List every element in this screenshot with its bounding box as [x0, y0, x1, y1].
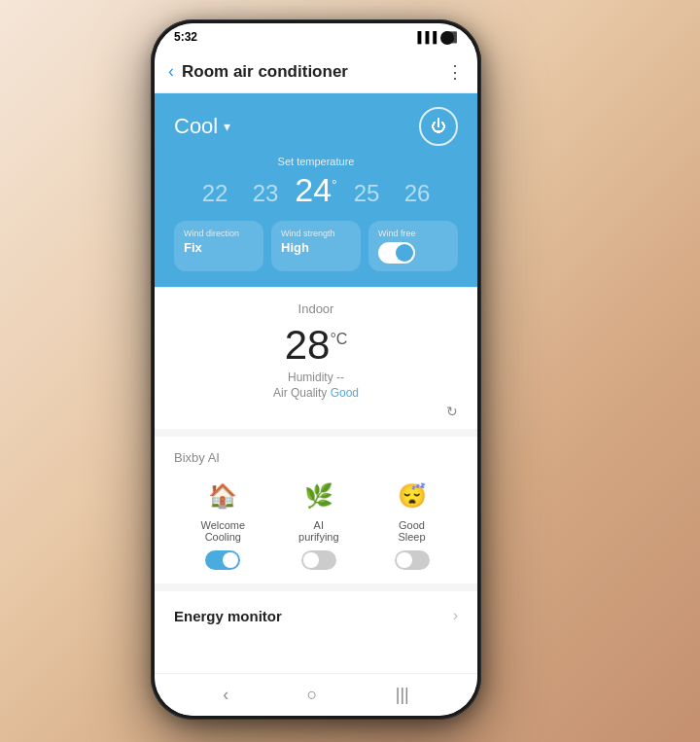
- power-icon: ⏻: [431, 118, 446, 135]
- bixby-item-good-sleep: 😴 GoodSleep: [393, 477, 432, 570]
- wind-direction-value: Fix: [184, 240, 254, 255]
- wind-free-control[interactable]: Wind free: [368, 221, 458, 271]
- temp-25[interactable]: 25: [341, 180, 392, 207]
- energy-monitor-section[interactable]: Energy monitor ›: [155, 583, 477, 640]
- wind-direction-control[interactable]: Wind direction Fix: [174, 221, 263, 271]
- temp-24-active[interactable]: 24°: [291, 171, 341, 209]
- temp-26[interactable]: 26: [392, 180, 442, 207]
- temp-23[interactable]: 23: [240, 180, 291, 207]
- indoor-section: Indoor 28°C Humidity -- Air Quality Good…: [155, 287, 477, 429]
- phone-shell: 5:32 ▌▌▌ ⬛ ‹ Room air conditioner ⋮: [151, 19, 481, 720]
- good-sleep-icon: 😴: [393, 477, 432, 515]
- welcome-cooling-icon: 🏠: [203, 477, 242, 515]
- welcome-cooling-toggle[interactable]: [205, 550, 240, 570]
- status-bar: 5:32 ▌▌▌ ⬛: [155, 23, 477, 51]
- indoor-air-quality: Air Quality Good: [174, 386, 458, 400]
- welcome-cooling-knob: [223, 552, 238, 568]
- scene: 5:32 ▌▌▌ ⬛ ‹ Room air conditioner ⋮: [0, 0, 700, 742]
- temp-label: Set temperature: [174, 156, 458, 167]
- wind-strength-label: Wind strength: [281, 229, 351, 238]
- controls-row: Wind direction Fix Wind strength High Wi…: [174, 221, 458, 271]
- main-scroll[interactable]: 5:32 ▌▌▌ ⬛ ‹ Room air conditioner ⋮: [155, 23, 477, 673]
- bixby-title: Bixby AI: [174, 450, 458, 465]
- wind-free-toggle[interactable]: [378, 242, 415, 264]
- wind-free-label: Wind free: [378, 229, 416, 238]
- wind-strength-value: High: [281, 240, 351, 255]
- indoor-temperature: 28°C: [174, 322, 458, 369]
- indoor-humidity: Humidity --: [174, 371, 458, 384]
- screen-content: 5:32 ▌▌▌ ⬛ ‹ Room air conditioner ⋮: [155, 23, 477, 716]
- ai-purifying-knob: [303, 552, 319, 568]
- energy-monitor-arrow: ›: [453, 607, 458, 624]
- wind-direction-label: Wind direction: [184, 229, 254, 238]
- refresh-button[interactable]: ↻: [174, 404, 458, 419]
- control-panel: Cool ▾ ⏻ Set temperature 22 23 24°: [155, 93, 477, 287]
- mode-selector[interactable]: Cool ▾: [174, 114, 230, 139]
- indoor-temp-unit: °C: [330, 331, 347, 347]
- indoor-temp-value: 28: [285, 322, 331, 368]
- status-time: 5:32: [174, 30, 197, 44]
- good-sleep-label: GoodSleep: [398, 519, 425, 543]
- nav-home-button[interactable]: ○: [307, 685, 318, 705]
- indoor-title: Indoor: [174, 301, 458, 316]
- energy-monitor-label: Energy monitor: [174, 608, 282, 624]
- panel-top: Cool ▾ ⏻: [174, 107, 458, 146]
- ai-purifying-icon: 🌿: [299, 477, 338, 515]
- app-title: Room air conditioner: [182, 62, 438, 82]
- air-quality-value: Good: [331, 386, 359, 400]
- bixby-section: Bixby AI 🏠 WelcomeCooling 🌿: [155, 429, 477, 583]
- good-sleep-knob: [397, 552, 412, 568]
- nav-back-button[interactable]: ‹: [223, 685, 228, 705]
- app-header: ‹ Room air conditioner ⋮: [155, 51, 477, 93]
- good-sleep-toggle[interactable]: [395, 550, 430, 570]
- bixby-items: 🏠 WelcomeCooling 🌿 AIpurifying: [174, 477, 458, 570]
- wind-strength-control[interactable]: Wind strength High: [271, 221, 361, 271]
- nav-recents-button[interactable]: |||: [396, 685, 409, 705]
- toggle-knob: [396, 244, 413, 262]
- mode-arrow: ▾: [224, 119, 230, 134]
- ai-purifying-toggle[interactable]: [301, 550, 336, 570]
- ai-purifying-label: AIpurifying: [298, 519, 339, 543]
- signal-icon: ▌▌▌: [418, 31, 440, 43]
- bottom-navigation: ‹ ○ |||: [155, 673, 477, 716]
- air-quality-label: Air Quality: [273, 386, 327, 400]
- temp-degree: °: [332, 177, 337, 193]
- back-button[interactable]: ‹: [168, 61, 174, 82]
- temp-22[interactable]: 22: [190, 180, 240, 207]
- mode-label: Cool: [174, 114, 218, 139]
- bixby-item-welcome-cooling: 🏠 WelcomeCooling: [200, 477, 245, 570]
- welcome-cooling-label: WelcomeCooling: [200, 519, 245, 543]
- power-button[interactable]: ⏻: [419, 107, 458, 146]
- front-camera: [440, 31, 454, 45]
- temperature-row: 22 23 24° 25 26: [174, 171, 458, 209]
- phone-screen: 5:32 ▌▌▌ ⬛ ‹ Room air conditioner ⋮: [155, 23, 477, 716]
- bixby-item-ai-purifying: 🌿 AIpurifying: [298, 477, 339, 570]
- more-button[interactable]: ⋮: [446, 61, 464, 83]
